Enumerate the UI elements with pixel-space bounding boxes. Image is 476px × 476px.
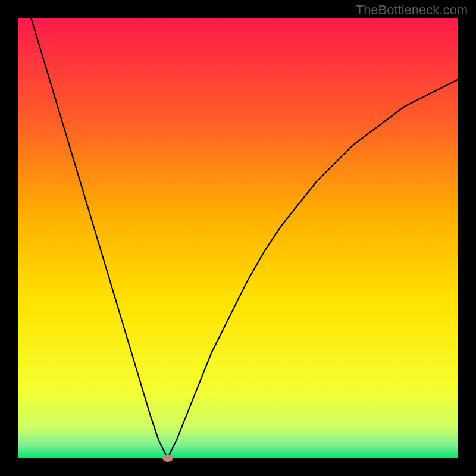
plot-area <box>18 18 458 458</box>
gradient-background <box>18 18 458 458</box>
bottleneck-curve <box>31 18 458 458</box>
optimal-point-marker <box>162 455 173 462</box>
chart-canvas <box>18 18 458 458</box>
watermark-text: TheBottleneck.com <box>356 2 468 18</box>
